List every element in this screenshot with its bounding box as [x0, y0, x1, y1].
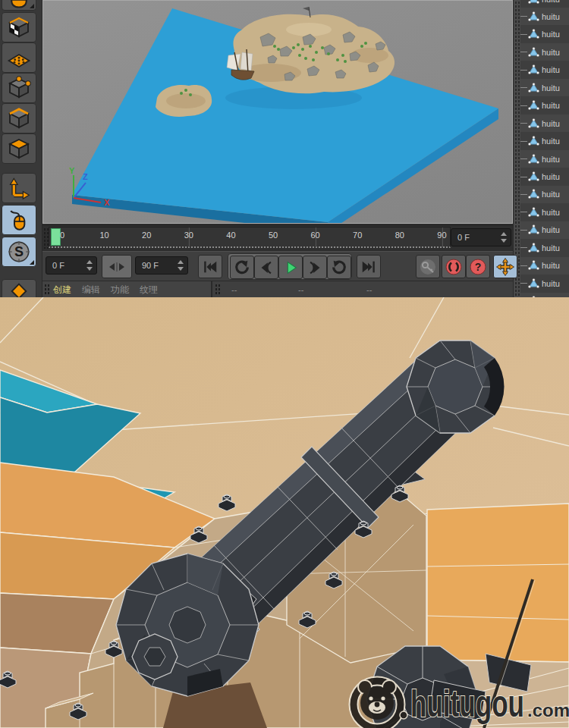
- coords-grip[interactable]: [215, 284, 221, 296]
- object-row[interactable]: huitu: [520, 0, 569, 8]
- timeline-tick: 0: [60, 231, 64, 240]
- object-row[interactable]: huitu: [520, 26, 569, 43]
- axis-workplane-button[interactable]: [2, 173, 36, 203]
- go-to-end-icon: [360, 259, 377, 275]
- left-toolbar: S: [0, 0, 42, 297]
- polygon-object-icon: [528, 0, 539, 5]
- go-to-start-button[interactable]: [198, 255, 222, 278]
- object-row[interactable]: huitu: [520, 150, 569, 168]
- app-window: { "icons": {"snap_glyph": "S", "help_gly…: [0, 0, 569, 728]
- end-spinner[interactable]: [178, 260, 184, 271]
- object-row[interactable]: huitu: [520, 8, 569, 25]
- record-key-button[interactable]: [416, 255, 440, 278]
- polygons-mode-button[interactable]: [2, 133, 36, 164]
- timeline-tick: 80: [395, 231, 404, 240]
- start-frame-field[interactable]: 0 F: [46, 256, 97, 275]
- help-icon: ?: [469, 258, 487, 276]
- tree-connector-line: [520, 52, 527, 52]
- polygon-object-icon: [528, 29, 539, 39]
- pen-tool-button[interactable]: [2, 279, 36, 297]
- points-mode-button[interactable]: [2, 73, 36, 103]
- go-to-end-button[interactable]: [357, 255, 381, 278]
- frame-step-pair[interactable]: [102, 255, 132, 278]
- transport-row: 0 F 90 F: [42, 251, 513, 281]
- snap-settings-button[interactable]: S: [2, 237, 36, 267]
- end-frame-value: 90 F: [142, 261, 159, 270]
- menu-item[interactable]: 创建: [53, 281, 71, 297]
- object-name: huitu: [542, 261, 560, 270]
- autokey-record-icon: [445, 258, 463, 276]
- object-row[interactable]: huitu: [520, 43, 569, 61]
- render-settings-button[interactable]: [2, 0, 36, 11]
- panel-grip[interactable]: [514, 0, 520, 297]
- object-name: huitu: [542, 83, 560, 93]
- timeline-tick: 70: [353, 231, 362, 240]
- svg-text:Y: Y: [69, 166, 75, 175]
- loop-forward-icon: [331, 259, 347, 276]
- tree-connector-line: [520, 265, 527, 266]
- play-backwards-loop-button[interactable]: [230, 256, 254, 279]
- object-name: huitu: [542, 0, 560, 4]
- cannon-wireframe-render: huitugou .com: [0, 297, 569, 728]
- tree-connector-line: [520, 158, 527, 159]
- tree-connector-line: [520, 141, 527, 142]
- object-row[interactable]: huitu: [520, 79, 569, 96]
- object-row[interactable]: huitu: [520, 275, 569, 292]
- island-scene-render: Y Z X: [43, 1, 512, 223]
- end-frame-field[interactable]: 90 F: [135, 256, 188, 275]
- play-icon: [282, 259, 299, 276]
- menu-item[interactable]: 功能: [111, 281, 129, 297]
- object-row[interactable]: huitu: [520, 186, 569, 203]
- object-row[interactable]: huitu: [520, 239, 569, 256]
- points-cube-icon: [7, 76, 31, 100]
- coordinate-placeholder: --: [298, 281, 303, 297]
- camera-navigation-button[interactable]: [2, 205, 36, 235]
- autokey-button[interactable]: [442, 255, 466, 278]
- tree-connector-line: [520, 87, 527, 88]
- help-button[interactable]: ?: [466, 255, 490, 278]
- tree-connector-line: [520, 283, 527, 284]
- menu-item[interactable]: 纹理: [140, 281, 158, 297]
- polygon-object-icon: [528, 224, 539, 235]
- play-forwards-loop-button[interactable]: [327, 256, 351, 279]
- object-row[interactable]: huitu: [520, 115, 569, 132]
- uv-grid-button[interactable]: [2, 42, 36, 73]
- tree-connector-line: [520, 212, 527, 212]
- wireframe-preview: huitugou .com: [0, 297, 569, 728]
- watermark-suffix: .com: [527, 700, 569, 720]
- polygon-object-icon: [528, 64, 539, 75]
- object-row[interactable]: huitu: [520, 97, 569, 115]
- tree-connector-line: [520, 70, 527, 71]
- svg-text:?: ?: [475, 261, 482, 273]
- object-row[interactable]: huitu: [520, 203, 569, 221]
- object-row[interactable]: huitu: [520, 257, 569, 275]
- tree-connector-line: [520, 123, 527, 124]
- edges-mode-button[interactable]: [2, 103, 36, 133]
- polygon-object-icon: [528, 118, 539, 129]
- object-name: huitu: [542, 190, 560, 199]
- current-frame-field[interactable]: 0 F: [451, 228, 511, 246]
- object-row[interactable]: huitu: [520, 133, 569, 150]
- timeline-tick: 60: [310, 231, 319, 240]
- lower-menu-row: 创建编辑功能纹理 ------: [42, 281, 513, 297]
- menu-item[interactable]: 编辑: [82, 281, 100, 297]
- start-frame-value: 0 F: [52, 261, 64, 270]
- timeline-ruler-row: 0102030405060708090 0 F: [42, 224, 513, 252]
- object-row[interactable]: huitu: [520, 61, 569, 79]
- move-cross-icon: [496, 258, 514, 276]
- object-row[interactable]: huitu: [520, 221, 569, 239]
- texture-view-button[interactable]: [2, 12, 36, 42]
- object-row[interactable]: huitu: [520, 168, 569, 186]
- start-spinner[interactable]: [86, 260, 93, 271]
- menu-grip[interactable]: [44, 284, 50, 296]
- play-button[interactable]: [278, 256, 303, 279]
- frame-spinner[interactable]: [501, 232, 508, 243]
- timeline-tick: 90: [437, 231, 446, 240]
- next-frame-button[interactable]: [303, 256, 327, 279]
- polygon-object-icon: [528, 100, 539, 111]
- timeline-ruler[interactable]: 0102030405060708090: [49, 227, 451, 248]
- svg-text:S: S: [14, 244, 24, 259]
- previous-frame-button[interactable]: [254, 256, 278, 279]
- move-tool-button[interactable]: [493, 255, 517, 278]
- viewport-3d[interactable]: Y Z X: [42, 0, 513, 224]
